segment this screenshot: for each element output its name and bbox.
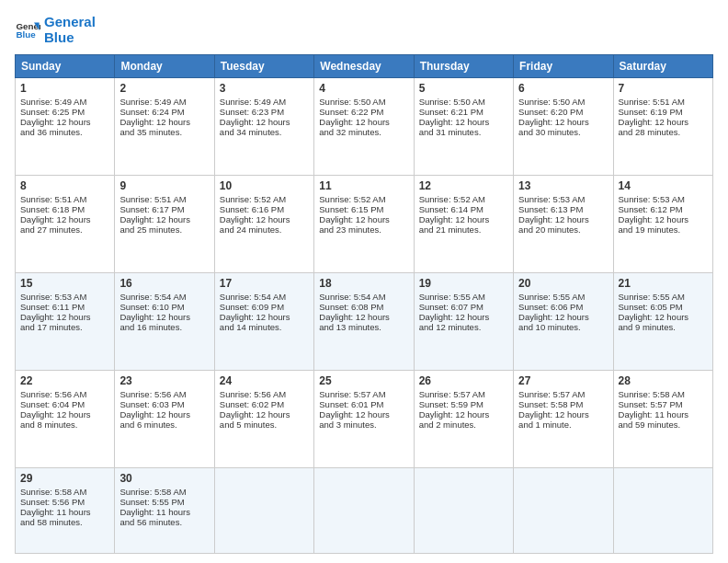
table-row: 25Sunrise: 5:57 AMSunset: 6:01 PMDayligh… bbox=[314, 371, 414, 468]
table-row: 23Sunrise: 5:56 AMSunset: 6:03 PMDayligh… bbox=[115, 371, 214, 468]
table-row bbox=[613, 468, 712, 554]
table-row: 4Sunrise: 5:50 AMSunset: 6:22 PMDaylight… bbox=[314, 78, 414, 176]
table-row: 15Sunrise: 5:53 AMSunset: 6:11 PMDayligh… bbox=[16, 273, 115, 371]
col-header-tuesday: Tuesday bbox=[214, 55, 313, 78]
logo-icon: General Blue bbox=[15, 17, 40, 43]
table-row: 13Sunrise: 5:53 AMSunset: 6:13 PMDayligh… bbox=[514, 176, 613, 273]
table-row: 5Sunrise: 5:50 AMSunset: 6:21 PMDaylight… bbox=[414, 78, 513, 176]
table-row: 6Sunrise: 5:50 AMSunset: 6:20 PMDaylight… bbox=[514, 78, 613, 176]
col-header-thursday: Thursday bbox=[414, 55, 513, 78]
col-header-sunday: Sunday bbox=[16, 55, 115, 78]
table-row bbox=[214, 468, 313, 554]
col-header-wednesday: Wednesday bbox=[314, 55, 414, 78]
table-row: 30Sunrise: 5:58 AMSunset: 5:55 PMDayligh… bbox=[115, 468, 214, 554]
table-row: 19Sunrise: 5:55 AMSunset: 6:07 PMDayligh… bbox=[414, 273, 513, 371]
table-row: 16Sunrise: 5:54 AMSunset: 6:10 PMDayligh… bbox=[115, 273, 214, 371]
table-row: 1Sunrise: 5:49 AMSunset: 6:25 PMDaylight… bbox=[16, 78, 115, 176]
col-header-saturday: Saturday bbox=[613, 55, 712, 78]
table-row: 12Sunrise: 5:52 AMSunset: 6:14 PMDayligh… bbox=[414, 176, 513, 273]
col-header-monday: Monday bbox=[115, 55, 214, 78]
table-row: 14Sunrise: 5:53 AMSunset: 6:12 PMDayligh… bbox=[613, 176, 712, 273]
table-row: 10Sunrise: 5:52 AMSunset: 6:16 PMDayligh… bbox=[214, 176, 313, 273]
table-row: 29Sunrise: 5:58 AMSunset: 5:56 PMDayligh… bbox=[16, 468, 115, 554]
table-row: 28Sunrise: 5:58 AMSunset: 5:57 PMDayligh… bbox=[613, 371, 712, 468]
table-row: 9Sunrise: 5:51 AMSunset: 6:17 PMDaylight… bbox=[115, 176, 214, 273]
table-row: 8Sunrise: 5:51 AMSunset: 6:18 PMDaylight… bbox=[16, 176, 115, 273]
table-row: 11Sunrise: 5:52 AMSunset: 6:15 PMDayligh… bbox=[314, 176, 414, 273]
table-row: 27Sunrise: 5:57 AMSunset: 5:58 PMDayligh… bbox=[514, 371, 613, 468]
table-row bbox=[414, 468, 513, 554]
table-row: 17Sunrise: 5:54 AMSunset: 6:09 PMDayligh… bbox=[214, 273, 313, 371]
svg-text:Blue: Blue bbox=[16, 29, 36, 40]
table-row: 20Sunrise: 5:55 AMSunset: 6:06 PMDayligh… bbox=[514, 273, 613, 371]
table-row bbox=[514, 468, 613, 554]
logo: General Blue General Blue bbox=[15, 15, 96, 45]
table-row: 26Sunrise: 5:57 AMSunset: 5:59 PMDayligh… bbox=[414, 371, 513, 468]
table-row: 7Sunrise: 5:51 AMSunset: 6:19 PMDaylight… bbox=[613, 78, 712, 176]
table-row: 2Sunrise: 5:49 AMSunset: 6:24 PMDaylight… bbox=[115, 78, 214, 176]
table-row bbox=[314, 468, 414, 554]
table-row: 3Sunrise: 5:49 AMSunset: 6:23 PMDaylight… bbox=[214, 78, 313, 176]
page-header: General Blue General Blue bbox=[15, 15, 713, 45]
table-row: 18Sunrise: 5:54 AMSunset: 6:08 PMDayligh… bbox=[314, 273, 414, 371]
table-row: 24Sunrise: 5:56 AMSunset: 6:02 PMDayligh… bbox=[214, 371, 313, 468]
col-header-friday: Friday bbox=[514, 55, 613, 78]
calendar-table: SundayMondayTuesdayWednesdayThursdayFrid… bbox=[15, 54, 713, 554]
table-row: 22Sunrise: 5:56 AMSunset: 6:04 PMDayligh… bbox=[16, 371, 115, 468]
table-row: 21Sunrise: 5:55 AMSunset: 6:05 PMDayligh… bbox=[613, 273, 712, 371]
